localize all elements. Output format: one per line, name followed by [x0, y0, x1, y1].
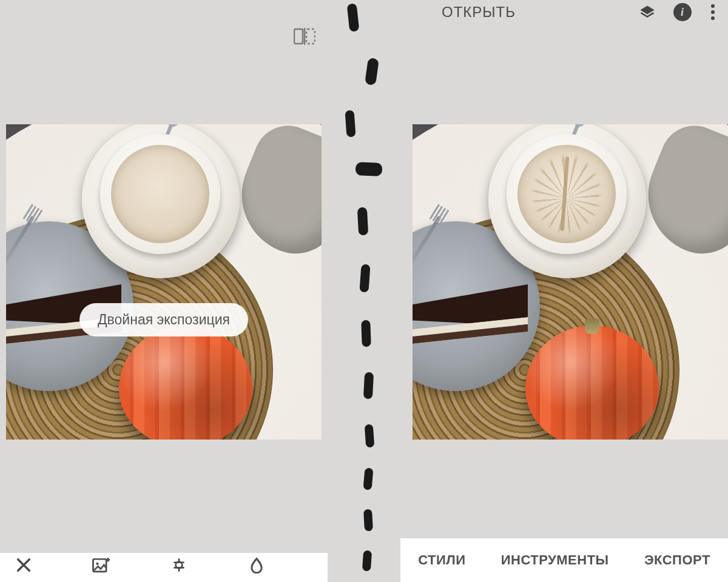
main-screen: ОТКРЫТЬ i	[400, 0, 728, 582]
svg-rect-0	[294, 29, 303, 44]
info-icon[interactable]: i	[673, 3, 692, 21]
tab-tools[interactable]: ИНСТРУМЕНТЫ	[501, 552, 609, 568]
layers-icon[interactable]	[638, 3, 656, 21]
add-image-icon[interactable]	[90, 557, 113, 574]
close-icon[interactable]	[12, 557, 35, 574]
tab-export[interactable]: ЭКСПОРТ	[644, 552, 710, 568]
separator	[340, 0, 388, 582]
edit-photo[interactable]	[6, 124, 322, 440]
svg-point-4	[96, 563, 98, 565]
open-button[interactable]: ОТКРЫТЬ	[442, 4, 516, 21]
tune-icon[interactable]	[167, 557, 190, 574]
svg-rect-2	[306, 29, 315, 44]
main-bottom-bar: СТИЛИ ИНСТРУМЕНТЫ ЭКСПОРТ	[400, 538, 728, 582]
main-photo[interactable]	[413, 124, 728, 440]
top-bar: ОТКРЫТЬ i	[400, 0, 728, 24]
tool-name-pill: Двойная экспозиция	[79, 303, 248, 336]
compare-icon[interactable]	[294, 28, 315, 45]
edit-bottom-bar	[0, 553, 328, 582]
edit-screen: Двойная экспозиция	[0, 0, 328, 582]
tab-styles[interactable]: СТИЛИ	[418, 552, 465, 568]
blend-icon[interactable]	[245, 557, 268, 574]
more-icon[interactable]	[709, 3, 717, 21]
